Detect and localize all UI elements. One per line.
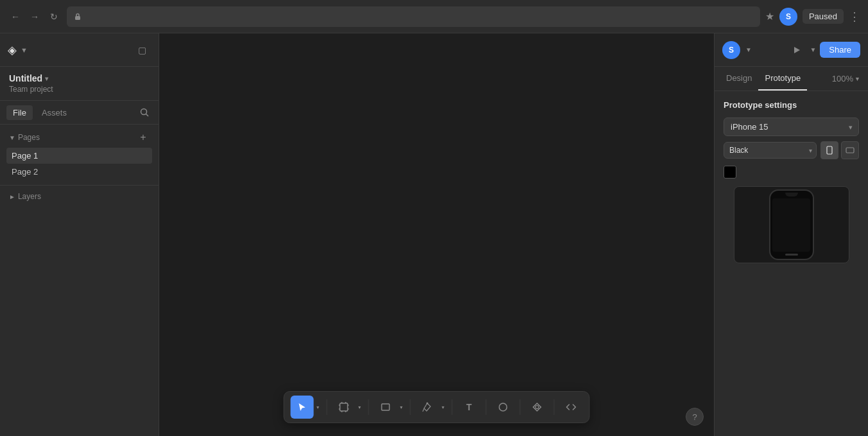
- play-dropdown[interactable]: ▼: [810, 46, 816, 53]
- search-button[interactable]: [137, 105, 152, 120]
- select-tool-dropdown[interactable]: ▾: [314, 396, 322, 419]
- zoom-control[interactable]: 100% ▼: [829, 67, 863, 91]
- browser-bar: ← → ↻ figma.com/design/ZNNhnLVmNQ8hy7XF7…: [0, 0, 868, 33]
- frame-tool-button[interactable]: [333, 396, 356, 419]
- bg-color-swatch[interactable]: [724, 166, 736, 179]
- logo-area: ◈ ▼: [8, 43, 28, 57]
- ellipse-icon: [498, 402, 508, 412]
- pages-section: ▼ Pages + Page 1 Page 2: [0, 125, 159, 186]
- play-icon: [792, 46, 801, 55]
- separator-2: [369, 399, 369, 415]
- file-tab[interactable]: File: [6, 105, 33, 120]
- component-tool-button[interactable]: [526, 396, 549, 419]
- bottom-toolbar: ▾ ▾: [284, 391, 590, 423]
- browser-nav-buttons: ← → ↻: [8, 9, 62, 24]
- header-icons: ▢: [133, 41, 151, 59]
- project-subtitle: Team project: [9, 85, 150, 94]
- frame-tool-dropdown[interactable]: ▾: [356, 396, 363, 419]
- ellipse-tool-button[interactable]: [492, 396, 515, 419]
- device-selector[interactable]: iPhone 15 iPhone 14 iPhone 13 Custom: [724, 118, 859, 136]
- lock-icon: [73, 12, 82, 21]
- bg-color-hex-input[interactable]: 000000: [742, 168, 859, 177]
- project-title[interactable]: Untitled ▾: [9, 73, 150, 83]
- play-button[interactable]: [788, 41, 806, 59]
- figma-logo[interactable]: ◈: [8, 43, 17, 57]
- forward-button[interactable]: →: [27, 9, 42, 24]
- right-panel-header: S ▼ ▼ Share: [715, 33, 868, 67]
- pen-tool-button[interactable]: [416, 396, 439, 419]
- add-page-button[interactable]: +: [137, 131, 150, 144]
- pen-icon: [422, 402, 433, 412]
- layers-header[interactable]: ► Layers: [6, 191, 152, 202]
- rect-icon: [381, 402, 391, 412]
- phone-body: [769, 189, 814, 260]
- landscape-button[interactable]: [841, 141, 859, 159]
- phone-preview: [734, 186, 849, 263]
- pages-section-toggle[interactable]: ▼ Pages: [9, 133, 40, 142]
- right-header-chevron[interactable]: ▼: [745, 46, 752, 53]
- project-title-chevron[interactable]: ▾: [45, 75, 48, 82]
- project-title-text: Untitled: [9, 73, 42, 83]
- separator-6: [520, 399, 521, 415]
- url-input[interactable]: figma.com/design/ZNNhnLVmNQ8hy7XF7TareB/…: [87, 12, 754, 21]
- main-menu-dropdown[interactable]: ▼: [21, 46, 28, 54]
- layout-toggle-button[interactable]: ▢: [133, 41, 151, 59]
- app-layout: ◈ ▼ ▢ Untitled ▾ Team project File Asset…: [0, 33, 868, 436]
- layers-chevron-icon: ►: [9, 193, 15, 200]
- pages-chevron-icon: ▼: [9, 134, 15, 141]
- address-bar[interactable]: figma.com/design/ZNNhnLVmNQ8hy7XF7TareB/…: [67, 6, 760, 27]
- color-model-wrap: Black White Natural Titanium: [724, 142, 817, 159]
- paused-button[interactable]: Paused: [803, 9, 844, 24]
- svg-marker-17: [794, 47, 800, 53]
- select-tool-button[interactable]: [291, 396, 314, 419]
- help-button[interactable]: ?: [686, 408, 704, 426]
- svg-rect-0: [75, 16, 80, 20]
- text-icon: T: [466, 402, 472, 412]
- left-sidebar: ◈ ▼ ▢ Untitled ▾ Team project File Asset…: [0, 33, 159, 436]
- device-selector-row: iPhone 15 iPhone 14 iPhone 13 Custom: [724, 118, 859, 136]
- svg-point-15: [499, 403, 507, 411]
- rect-tool-button[interactable]: [374, 396, 397, 419]
- right-header-actions: ▼ Share: [788, 41, 860, 59]
- zoom-chevron-icon: ▼: [855, 76, 860, 82]
- select-icon: [297, 402, 308, 412]
- code-tool-button[interactable]: [560, 396, 583, 419]
- prototype-settings-title: Prototype settings: [724, 100, 859, 110]
- menu-icon[interactable]: ⋮: [849, 10, 860, 24]
- color-model-row: Black White Natural Titanium: [724, 141, 859, 159]
- svg-point-1: [141, 109, 147, 115]
- portrait-button[interactable]: [820, 141, 838, 159]
- project-info: Untitled ▾ Team project: [0, 67, 159, 101]
- pages-label: Pages: [18, 133, 40, 142]
- component-icon: [532, 402, 542, 412]
- prototype-tab[interactable]: Prototype: [758, 67, 807, 91]
- page-item-2[interactable]: Page 2: [6, 164, 152, 180]
- svg-rect-19: [846, 148, 854, 153]
- refresh-button[interactable]: ↻: [46, 9, 62, 24]
- bookmark-icon[interactable]: ★: [765, 10, 774, 22]
- svg-rect-18: [827, 146, 832, 154]
- svg-line-14: [423, 408, 424, 412]
- phone-screen: [772, 198, 810, 252]
- right-panel: S ▼ ▼ Share Design Prototype 100% ▼: [714, 33, 868, 436]
- user-avatar[interactable]: S: [779, 8, 797, 26]
- main-canvas[interactable]: ▾ ▾: [159, 33, 714, 436]
- right-user-avatar[interactable]: S: [722, 41, 740, 59]
- page-1-label: Page 1: [12, 151, 38, 161]
- rect-tool-dropdown[interactable]: ▾: [397, 396, 405, 419]
- select-tool-group: ▾: [291, 396, 322, 419]
- code-icon: [566, 402, 577, 412]
- text-tool-button[interactable]: T: [458, 396, 481, 419]
- back-button[interactable]: ←: [8, 9, 23, 24]
- design-tab[interactable]: Design: [720, 67, 758, 91]
- pen-tool-dropdown[interactable]: ▾: [439, 396, 447, 419]
- color-model-selector[interactable]: Black White Natural Titanium: [724, 142, 817, 159]
- search-icon: [139, 107, 150, 118]
- page-2-label: Page 2: [12, 167, 38, 177]
- page-item-1[interactable]: Page 1: [6, 148, 152, 164]
- separator-1: [327, 399, 327, 415]
- assets-tab[interactable]: Assets: [35, 105, 73, 120]
- layers-section: ► Layers: [0, 186, 159, 207]
- separator-3: [410, 399, 411, 415]
- share-button[interactable]: Share: [820, 42, 860, 58]
